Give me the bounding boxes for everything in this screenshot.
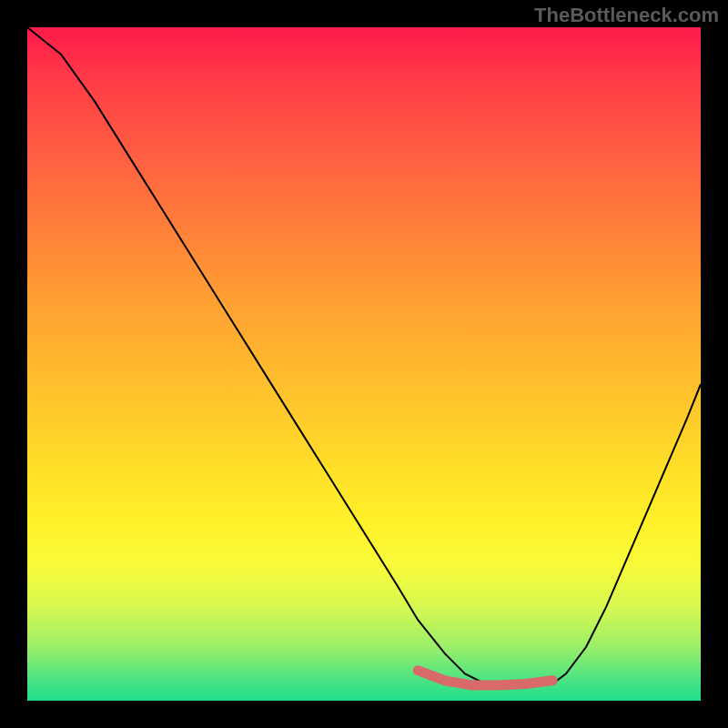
chart-svg [27,27,701,701]
left-curve [27,27,485,684]
chart-area [27,27,701,701]
valley-marker [418,671,552,685]
right-curve [552,384,701,683]
watermark-text: TheBottleneck.com [534,4,719,27]
